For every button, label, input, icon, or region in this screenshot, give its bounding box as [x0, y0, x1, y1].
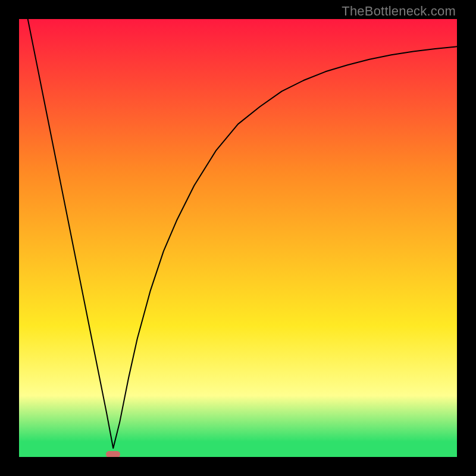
chart-frame: TheBottleneck.com — [0, 0, 476, 476]
watermark-label: TheBottleneck.com — [342, 4, 456, 19]
plot-area — [19, 19, 457, 457]
bottleneck-marker — [106, 451, 120, 457]
bottleneck-curve — [19, 19, 457, 457]
